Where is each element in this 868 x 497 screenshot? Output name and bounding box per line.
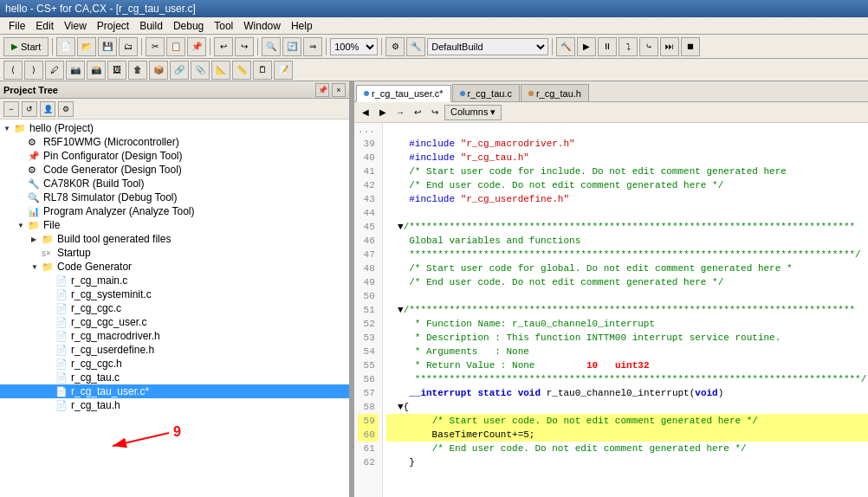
tree-item-cgc-user[interactable]: 📄 r_cg_cgc_user.c — [0, 315, 349, 329]
start-button[interactable]: ▶ Start — [3, 37, 49, 56]
tree-item-systeminit[interactable]: 📄 r_cg_systeminit.c — [0, 287, 349, 301]
menu-tool[interactable]: Tool — [209, 19, 238, 33]
tree-filter-btn[interactable]: ⚙ — [58, 101, 74, 117]
editor-redo-btn[interactable]: ↪ — [427, 105, 443, 120]
zoom-select[interactable]: 100% 75% 125% — [330, 38, 378, 55]
tree-udef-h-icon: 📄 — [55, 345, 69, 356]
panel-close-btn[interactable]: × — [332, 83, 346, 97]
tree-item-cgc-c[interactable]: 📄 r_cg_cgc.c — [0, 301, 349, 315]
line-num-39: 39 — [358, 137, 379, 151]
editor-fwd-btn[interactable]: ▶ — [375, 105, 391, 120]
tree-user-btn[interactable]: 👤 — [40, 101, 55, 117]
build-btn[interactable]: 🔨 — [556, 37, 575, 56]
tab-tau-h[interactable]: r_cg_tau.h — [521, 84, 589, 101]
tree-item-codegen-folder[interactable]: ▼ 📁 Code Generator — [0, 260, 349, 274]
tree-item-cgc-h[interactable]: 📄 r_cg_cgc.h — [0, 357, 349, 371]
tb2-btn12[interactable]: 📏 — [232, 61, 251, 80]
menu-debug[interactable]: Debug — [168, 19, 209, 33]
tree-item-simulator[interactable]: 🔍 RL78 Simulator (Debug Tool) — [0, 190, 349, 204]
tree-item-ca78k0r[interactable]: 🔧 CA78K0R (Build Tool) — [0, 177, 349, 190]
tb2-btn6[interactable]: 🖼 — [107, 61, 126, 80]
code-line-42: /* End user code. Do not edit comment ge… — [386, 178, 868, 192]
paste-button[interactable]: 📌 — [187, 37, 206, 56]
editor-back-btn[interactable]: ◀ — [358, 105, 373, 120]
tb2-btn3[interactable]: 🖊 — [45, 61, 64, 80]
run-cursor-btn[interactable]: ⏭ — [660, 37, 679, 56]
save-button[interactable]: 💾 — [98, 37, 117, 56]
tree-root[interactable]: ▼ 📁 hello (Project) — [0, 121, 349, 135]
tree-cgch-icon: 📄 — [55, 358, 69, 370]
build-config-select[interactable]: DefaultBuild — [427, 38, 548, 55]
step2-btn[interactable]: ⤷ — [639, 37, 658, 56]
tree-item-tau-user-c[interactable]: 📄 r_cg_tau_user.c* — [0, 384, 349, 398]
menu-build[interactable]: Build — [134, 19, 168, 33]
save-all-button[interactable]: 🗂 — [119, 37, 138, 56]
tree-item-microcontroller[interactable]: ⚙ R5F10WMG (Microcontroller) — [0, 135, 349, 149]
tb2-btn1[interactable]: ⟨ — [3, 61, 23, 80]
tree-micro-label: R5F10WMG (Microcontroller) — [43, 136, 179, 148]
tb2-btn9[interactable]: 🔗 — [170, 61, 189, 80]
tree-cgf-arrow: ▼ — [31, 263, 42, 271]
tb2-btn8[interactable]: 📦 — [149, 61, 168, 80]
tree-collapse-btn[interactable]: − — [3, 101, 19, 117]
step-btn[interactable]: ⤵ — [619, 37, 638, 56]
panel-pin-btn[interactable]: 📌 — [315, 83, 329, 97]
menu-help[interactable]: Help — [286, 19, 318, 33]
menu-file[interactable]: File — [3, 19, 30, 33]
tree-item-main-c[interactable]: 📄 r_cg_main.c — [0, 274, 349, 287]
tree-item-file[interactable]: ▼ 📁 File — [0, 218, 349, 232]
tb2-btn13[interactable]: 🗒 — [253, 61, 272, 80]
columns-button[interactable]: Columns ▾ — [444, 105, 502, 120]
tab-tau-c[interactable]: r_cg_tau.c — [452, 84, 520, 101]
tb2-btn5[interactable]: 📸 — [87, 61, 106, 80]
tb2-btn11[interactable]: 📐 — [211, 61, 230, 80]
tree-item-analyzer[interactable]: 📊 Program Analyzer (Analyze Tool) — [0, 204, 349, 218]
main-toolbar: ▶ Start 📄 📂 💾 🗂 ✂ 📋 📌 ↩ ↪ 🔍 🔄 ⇒ 100% 75%… — [0, 35, 868, 59]
tab-label-1: r_cg_tau_user.c* — [372, 88, 444, 99]
code-line-58: ▼{ — [386, 400, 868, 414]
tree-item-macrodriver-h[interactable]: 📄 r_cg_macrodriver.h — [0, 329, 349, 343]
menu-edit[interactable]: Edit — [30, 19, 59, 33]
tree-item-pin-config[interactable]: 📌 Pin Configurator (Design Tool) — [0, 149, 349, 163]
reset-btn[interactable]: ⏹ — [681, 37, 700, 56]
menu-window[interactable]: Window — [238, 19, 286, 33]
tree-item-build-generated[interactable]: ▶ 📁 Build tool generated files — [0, 232, 349, 246]
tb2-btn2[interactable]: ⟩ — [24, 61, 43, 80]
copy-button[interactable]: 📋 — [166, 37, 185, 56]
debug-btn[interactable]: ▶ — [577, 37, 596, 56]
tab-tau-user-c[interactable]: r_cg_tau_user.c* — [356, 85, 451, 102]
tb2-btn4[interactable]: 📷 — [66, 61, 85, 80]
config-btn[interactable]: ⚙ — [385, 37, 405, 56]
tree-item-codegen-design[interactable]: ⚙ Code Generator (Design Tool) — [0, 163, 349, 177]
tree-cgf-label: Code Generator — [57, 261, 132, 273]
open-button[interactable]: 📂 — [77, 37, 96, 56]
undo-button[interactable]: ↩ — [214, 37, 233, 56]
tree-item-tau-h[interactable]: 📄 r_cg_tau.h — [0, 398, 349, 412]
tree-tauc-label: r_cg_tau.c — [71, 371, 120, 384]
code-line-52: * Function Name: r_tau0_channel0_interru… — [386, 317, 868, 331]
menu-project[interactable]: Project — [92, 19, 134, 33]
tb2-btn10[interactable]: 📎 — [191, 61, 210, 80]
tb2-btn14[interactable]: 📝 — [274, 61, 293, 80]
tb2-btn7[interactable]: 🗑 — [128, 61, 147, 80]
replace-button[interactable]: 🔄 — [282, 37, 301, 56]
menu-view[interactable]: View — [59, 19, 92, 33]
cut-button[interactable]: ✂ — [146, 37, 165, 56]
new-button[interactable]: 📄 — [56, 37, 75, 56]
tree-refresh-btn[interactable]: ↺ — [22, 101, 37, 117]
goto-button[interactable]: ⇒ — [303, 37, 322, 56]
tree-item-userdefine-h[interactable]: 📄 r_cg_userdefine.h — [0, 343, 349, 357]
config-btn2[interactable]: 🔧 — [406, 37, 425, 56]
toolbar-sep-4 — [257, 38, 258, 55]
menu-bar: File Edit View Project Build Debug Tool … — [0, 17, 868, 35]
line-num-41: 41 — [358, 165, 379, 178]
editor-undo-btn[interactable]: ↩ — [410, 105, 425, 120]
tree-item-startup[interactable]: s× Startup — [0, 246, 349, 260]
stop-btn[interactable]: ⏸ — [598, 37, 617, 56]
tree-cgd-label: Code Generator (Design Tool) — [43, 164, 182, 176]
editor-arrow1[interactable]: → — [392, 105, 408, 120]
project-tree-header: Project Tree 📌 × — [0, 81, 349, 99]
find-button[interactable]: 🔍 — [262, 37, 281, 56]
tree-item-tau-c[interactable]: 📄 r_cg_tau.c — [0, 371, 349, 384]
redo-button[interactable]: ↪ — [235, 37, 254, 56]
